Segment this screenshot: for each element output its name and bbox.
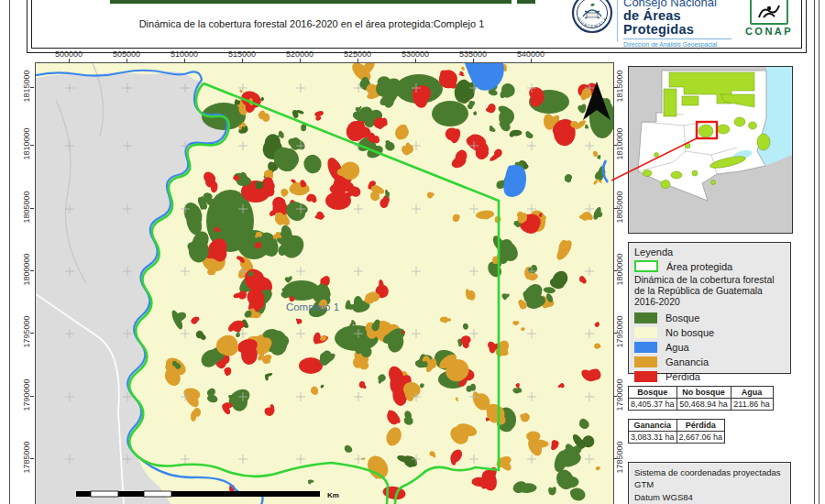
map-document-page: Dinámica de la cobertura forestal 2016-2… xyxy=(0,0,825,504)
change-table: GananciaPérdida3,083.31 ha2,667.06 ha xyxy=(628,419,725,444)
table-value-cell: 8,405.37 ha xyxy=(629,399,677,411)
main-title-cutoff xyxy=(110,0,512,4)
axis-tick-label-y: 1805000 xyxy=(22,187,31,227)
main-map-canvas: Complejo 1 Km xyxy=(36,63,613,504)
legend-item-label: Agua xyxy=(666,342,689,353)
conap-wordmark: CONAP xyxy=(744,26,794,37)
legend-item-label: Ganancia xyxy=(666,356,709,367)
table-header-cell: Pérdida xyxy=(676,420,725,432)
map-subtitle: Dinámica de la cobertura forestal 2016-2… xyxy=(82,18,541,29)
header-separator xyxy=(617,0,618,42)
axis-tick xyxy=(30,396,34,397)
axis-tick-label-y: 1790000 xyxy=(22,375,31,415)
axis-tick-label-y: 1800000 xyxy=(615,249,624,290)
legend-items: BosqueNo bosqueAguaGananciaPérdida xyxy=(634,311,785,384)
table-header-cell: Ganancia xyxy=(629,420,677,432)
protected-area-label-text: Área protegida xyxy=(666,261,732,272)
source-line: Sistema de coordenadas proyectadas xyxy=(634,466,785,478)
table-value-cell: 2,667.06 ha xyxy=(676,432,725,444)
legend-color-swatch xyxy=(634,371,657,382)
protected-area-swatch xyxy=(634,260,658,272)
legend-item: No bosque xyxy=(634,325,785,340)
axis-tick xyxy=(30,87,34,88)
axis-tick-label-y: 1795000 xyxy=(22,312,31,352)
org-rule xyxy=(623,38,732,39)
scale-unit-label: Km xyxy=(327,491,339,499)
conap-emblem-icon xyxy=(750,0,788,25)
source-line: Datum WGS84 xyxy=(634,491,785,503)
legend: Leyenda Área protegida Dinámica de la co… xyxy=(628,242,791,374)
axis-tick-label-x: 505000 xyxy=(106,49,147,59)
axis-tick-label-y: 1815000 xyxy=(22,66,31,106)
axis-tick-label-y: 1790000 xyxy=(615,375,624,415)
legend-color-swatch xyxy=(634,327,657,338)
axis-tick-label-x: 510000 xyxy=(164,49,204,59)
axis-tick-label-y: 1785000 xyxy=(22,437,31,477)
table-header-cell: Agua xyxy=(731,387,773,399)
protected-area-label: Complejo 1 xyxy=(286,301,339,312)
axis-tick xyxy=(30,208,34,209)
legend-item: Pérdida xyxy=(634,369,785,384)
legend-item: Ganancia xyxy=(634,355,785,369)
axis-tick-label-y: 1815000 xyxy=(615,66,624,106)
legend-item-label: Bosque xyxy=(666,312,699,323)
table-value-cell: 211.86 ha xyxy=(731,399,773,411)
axis-tick-label-x: 525000 xyxy=(337,49,378,59)
axis-tick-label-x: 530000 xyxy=(395,49,435,59)
axis-tick xyxy=(30,458,34,459)
page-border-left xyxy=(9,0,10,504)
page-border-right-outer xyxy=(814,0,815,504)
org-line3: Dirección de Análisis Geoespacial xyxy=(623,41,742,48)
guatemala-seal-logo: GUATEMALA xyxy=(568,0,616,37)
axis-tick-label-y: 1810000 xyxy=(615,124,624,164)
axis-tick-label-x: 540000 xyxy=(511,49,551,59)
table-value-cell: 50,468.94 ha xyxy=(676,399,731,411)
axis-tick xyxy=(30,145,34,146)
axis-tick-label-x: 515000 xyxy=(222,49,262,59)
coverage-table: BosqueNo bosqueAgua8,405.37 ha50,468.94 … xyxy=(628,386,774,411)
source-line: GTM xyxy=(634,478,785,490)
source-info-box: Sistema de coordenadas proyectadasGTMDat… xyxy=(628,462,791,504)
legend-item: Bosque xyxy=(634,311,785,325)
table-value-cell: 3,083.31 ha xyxy=(629,432,677,444)
conap-logo: CONAP xyxy=(744,0,794,37)
page-border-right-inner xyxy=(819,0,820,504)
legend-color-swatch xyxy=(634,312,657,323)
axis-tick xyxy=(30,270,34,271)
main-title-cutoff-end xyxy=(517,0,535,4)
axis-tick-label-y: 1795000 xyxy=(615,312,624,352)
legend-color-swatch xyxy=(634,342,657,353)
legend-subtitle: Dinámica de la cobertura forestal de la … xyxy=(634,275,785,308)
inset-map xyxy=(628,66,793,234)
axis-tick-label-x: 500000 xyxy=(49,49,89,59)
org-name-block: Consejo Nacional de Áreas Protegidas Dir… xyxy=(623,0,742,48)
table-header-cell: Bosque xyxy=(629,387,677,399)
legend-color-swatch xyxy=(634,356,657,367)
axis-tick-label-y: 1810000 xyxy=(22,124,31,164)
axis-tick-label-x: 535000 xyxy=(453,49,493,59)
axis-tick-label-y: 1800000 xyxy=(22,249,31,290)
legend-item: Agua xyxy=(634,340,785,355)
legend-protected-row: Área protegida xyxy=(634,259,785,273)
axis-tick xyxy=(30,333,34,334)
legend-title: Leyenda xyxy=(634,247,785,257)
inset-map-canvas xyxy=(629,67,792,233)
axis-tick-label-y: 1805000 xyxy=(615,187,624,227)
main-map: Complejo 1 Km xyxy=(35,62,614,504)
table-header-cell: No bosque xyxy=(676,387,731,399)
axis-tick-label-x: 520000 xyxy=(280,49,320,59)
axis-tick-label-y: 1785000 xyxy=(615,437,624,477)
legend-item-label: Pérdida xyxy=(666,371,700,382)
org-line2: de Áreas Protegidas xyxy=(623,9,742,37)
legend-item-label: No bosque xyxy=(666,327,714,338)
